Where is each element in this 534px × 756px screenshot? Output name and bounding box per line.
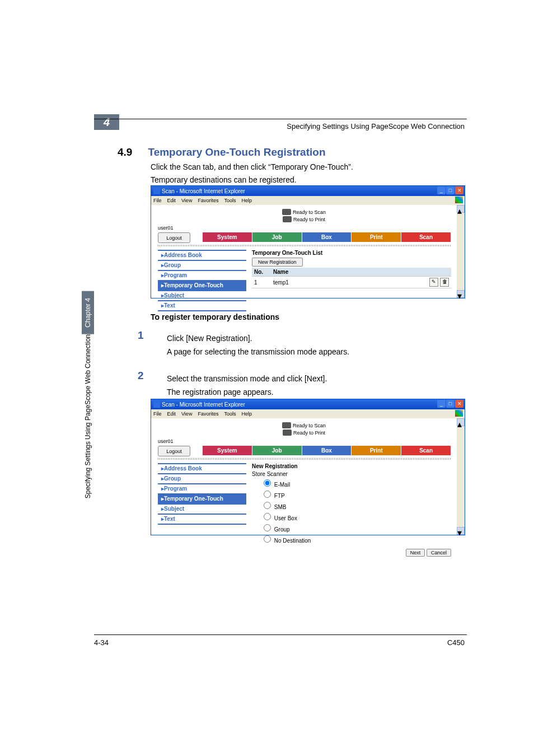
step-number: 2 (138, 370, 144, 382)
divider (158, 245, 451, 246)
menu-help[interactable]: Help (241, 198, 252, 203)
close-button[interactable]: ✕ (455, 186, 463, 194)
menu-bar: File Edit View Favorites Tools Help (151, 196, 465, 205)
scroll-down-button[interactable]: ▾ (457, 290, 465, 298)
next-button[interactable]: Next (406, 549, 425, 557)
status-print: Ready to Print (293, 217, 325, 222)
header-rule (94, 119, 467, 119)
logout-button[interactable]: Logout (158, 232, 190, 243)
scanner-icon (282, 422, 291, 428)
username-label: user01 (158, 225, 174, 231)
radio-email[interactable]: E-Mail (252, 477, 451, 488)
printer-icon (283, 430, 292, 436)
minimize-button[interactable]: _ (437, 400, 446, 408)
menu-edit[interactable]: Edit (167, 411, 176, 417)
sidebar-item-subject[interactable]: ▸Subject (158, 290, 246, 300)
divider (158, 458, 451, 460)
tab-print[interactable]: Print (352, 446, 401, 455)
menu-tools[interactable]: Tools (224, 198, 236, 203)
maximize-button[interactable]: □ (446, 186, 455, 194)
cell-name: temp1 (271, 277, 424, 288)
sidebar-item-program[interactable]: ▸Program (158, 483, 246, 493)
close-button[interactable]: ✕ (455, 400, 463, 408)
radio-no-destination[interactable]: No Destination (252, 533, 451, 544)
scroll-up-button[interactable]: ▴ (457, 205, 465, 213)
menu-help[interactable]: Help (241, 411, 252, 417)
sidebar-item-program[interactable]: ▸Program (158, 270, 246, 280)
col-name: Name (271, 268, 424, 277)
username-label: user01 (158, 438, 174, 444)
step-text: Click [New Registration]. (167, 333, 467, 344)
pane-title: New Registration (252, 463, 451, 469)
window-titlebar: Scan - Microsoft Internet Explorer _ □ ✕ (151, 399, 465, 409)
status-print: Ready to Print (293, 430, 325, 436)
menu-view[interactable]: View (181, 198, 192, 203)
radio-ftp[interactable]: FTP (252, 488, 451, 500)
page-number: 4-34 (94, 638, 109, 647)
scanner-icon (282, 209, 291, 215)
ie-throbber-icon (455, 410, 463, 417)
tab-job[interactable]: Job (252, 446, 302, 455)
step-text: The registration page appears. (167, 386, 467, 398)
window-title: Scan - Microsoft Internet Explorer (162, 188, 245, 194)
cell-no: 1 (252, 277, 271, 288)
tab-scan[interactable]: Scan (401, 446, 451, 455)
col-no: No. (252, 268, 271, 277)
radio-userbox[interactable]: User Box (252, 511, 451, 522)
screenshot-ie-list: Scan - Microsoft Internet Explorer _ □ ✕… (151, 185, 465, 298)
sidebar-item-address-book[interactable]: ▸Address Book (158, 250, 246, 260)
minimize-button[interactable]: _ (437, 186, 446, 194)
window-titlebar: Scan - Microsoft Internet Explorer _ □ ✕ (151, 186, 465, 196)
ie-throbber-icon (455, 197, 463, 203)
step-text: A page for selecting the transmission mo… (167, 346, 467, 358)
sidebar-item-address-book[interactable]: ▸Address Book (158, 463, 246, 473)
ie-icon (153, 188, 160, 194)
sidebar-item-temporary-one-touch[interactable]: ▸Temporary One-Touch (158, 280, 246, 290)
section-title: Temporary One-Touch Registration (148, 146, 325, 158)
menu-tools[interactable]: Tools (224, 411, 236, 417)
maximize-button[interactable]: □ (446, 400, 455, 408)
menu-favorites[interactable]: Favorites (198, 411, 218, 417)
model-number: C450 (447, 638, 465, 647)
cancel-button[interactable]: Cancel (427, 549, 451, 557)
sidebar-item-group[interactable]: ▸Group (158, 473, 246, 483)
scroll-down-button[interactable]: ▾ (457, 527, 465, 535)
store-scanner-label: Store Scanner (252, 471, 451, 477)
menu-edit[interactable]: Edit (167, 198, 176, 203)
radio-group[interactable]: Group (252, 522, 451, 533)
radio-smb[interactable]: SMB (252, 500, 451, 511)
window-title: Scan - Microsoft Internet Explorer (162, 402, 245, 408)
sidebar-item-group[interactable]: ▸Group (158, 260, 246, 270)
tab-system[interactable]: System (203, 232, 252, 242)
tab-scan[interactable]: Scan (401, 232, 451, 242)
procedure-subheading: To register temporary destinations (151, 312, 279, 321)
sidebar-item-text[interactable]: ▸Text (158, 300, 246, 311)
tab-job[interactable]: Job (252, 232, 302, 242)
menu-file[interactable]: File (153, 198, 162, 203)
sidebar-item-subject[interactable]: ▸Subject (158, 503, 246, 514)
table-row: 1 temp1 ✎ 🗑 (252, 277, 451, 288)
tab-box[interactable]: Box (302, 446, 352, 455)
side-tab-chapter: Chapter 4 (82, 291, 94, 334)
body-paragraph: Temporary destinations can be registered… (151, 174, 467, 185)
ie-icon (153, 401, 160, 408)
scroll-up-button[interactable]: ▴ (457, 418, 465, 426)
tab-print[interactable]: Print (352, 232, 401, 242)
printer-icon (283, 216, 292, 222)
tab-system[interactable]: System (203, 446, 252, 455)
side-tab-title: Specifying Settings Using PageScope Web … (82, 334, 94, 510)
delete-icon[interactable]: 🗑 (440, 278, 449, 287)
step-number: 1 (138, 329, 144, 342)
sidebar-item-temporary-one-touch[interactable]: ▸Temporary One-Touch (158, 493, 246, 503)
screenshot-ie-newreg: Scan - Microsoft Internet Explorer _ □ ✕… (151, 399, 465, 535)
menu-file[interactable]: File (153, 411, 162, 417)
edit-icon[interactable]: ✎ (429, 278, 438, 287)
logout-button[interactable]: Logout (158, 446, 190, 456)
menu-favorites[interactable]: Favorites (198, 198, 218, 203)
section-number: 4.9 (118, 146, 146, 158)
new-registration-button[interactable]: New Registration (252, 258, 303, 267)
step-text: Select the transmission mode and click [… (167, 373, 467, 385)
tab-box[interactable]: Box (302, 232, 352, 242)
sidebar-item-text[interactable]: ▸Text (158, 514, 246, 525)
menu-view[interactable]: View (181, 411, 192, 417)
